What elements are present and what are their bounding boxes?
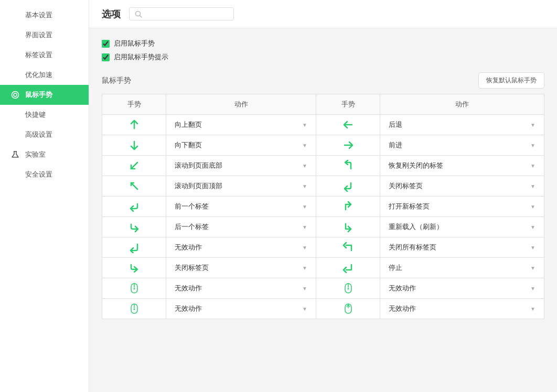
sidebar-item-gesture[interactable]: 鼠标手势: [0, 85, 89, 105]
sidebar-item-shortcut[interactable]: 快捷键: [0, 105, 89, 125]
dropdown-left-8[interactable]: ▼: [302, 286, 307, 291]
svg-line-10: [131, 183, 137, 189]
section-title: 鼠标手势: [102, 76, 131, 85]
sidebar-label-interface: 界面设置: [25, 30, 52, 40]
action-label-left-2: 滚动到页面底部: [175, 161, 222, 170]
action-cell-left-2[interactable]: 滚动到页面底部 ▼: [166, 156, 316, 176]
sidebar-label-security: 安全设置: [25, 170, 52, 179]
dropdown-right-0[interactable]: ▼: [530, 122, 535, 128]
gesture-icon-right-9: [316, 299, 380, 319]
dropdown-left-1[interactable]: ▼: [302, 143, 307, 148]
gesture-icon-left-5: [102, 217, 166, 237]
search-input[interactable]: [145, 10, 228, 18]
action-label-left-3: 滚动到页面顶部: [175, 181, 222, 191]
dropdown-right-3[interactable]: ▼: [530, 183, 535, 189]
table-row: 前一个标签 ▼ 打开新标签页 ▼: [102, 197, 544, 217]
enable-hint-checkbox[interactable]: 启用鼠标手势提示: [102, 52, 544, 62]
dropdown-left-3[interactable]: ▼: [302, 183, 307, 189]
header: 选项: [89, 0, 557, 28]
security-icon: [10, 170, 20, 179]
dropdown-left-9[interactable]: ▼: [302, 306, 307, 312]
action-label-right-4: 打开新标签页: [389, 202, 430, 211]
action-cell-left-7[interactable]: 关闭标签页 ▼: [166, 258, 316, 278]
gesture-icon-left-9: [102, 299, 166, 319]
action-cell-right-8[interactable]: 无效动作 ▼: [380, 278, 544, 299]
search-box[interactable]: [129, 7, 234, 20]
table-header: 手势 动作 手势 动作: [102, 94, 544, 115]
action-label-right-3: 关闭标签页: [389, 181, 423, 191]
action-cell-left-3[interactable]: 滚动到页面顶部 ▼: [166, 176, 316, 197]
sidebar-label-advanced: 高级设置: [25, 130, 52, 139]
action-cell-right-1[interactable]: 前进 ▼: [380, 135, 544, 156]
page-title: 选项: [102, 8, 121, 20]
sidebar-label-shortcut: 快捷键: [25, 110, 46, 119]
enable-gesture-input[interactable]: [102, 40, 110, 48]
action-cell-left-4[interactable]: 前一个标签 ▼: [166, 197, 316, 217]
action-cell-left-8[interactable]: 无效动作 ▼: [166, 278, 316, 299]
action-label-right-0: 后退: [389, 120, 402, 129]
col-action-2: 动作: [380, 94, 544, 115]
sidebar-label-lab: 实验室: [25, 150, 46, 159]
col-gesture-1: 手势: [102, 94, 166, 115]
tabs-icon: [10, 50, 20, 60]
action-cell-left-9[interactable]: 无效动作 ▼: [166, 299, 316, 319]
restore-button[interactable]: 恢复默认鼠标手势: [478, 72, 544, 89]
enable-gesture-checkbox[interactable]: 启用鼠标手势: [102, 39, 544, 48]
action-cell-left-0[interactable]: 向上翻页 ▼: [166, 115, 316, 135]
enable-hint-input[interactable]: [102, 53, 110, 61]
gesture-icon-left-6: [102, 237, 166, 258]
table-body: 向上翻页 ▼ 后退 ▼ 向下翻页 ▼ 前进: [102, 115, 544, 319]
action-label-left-6: 无效动作: [175, 243, 202, 252]
sidebar-label-gesture: 鼠标手势: [25, 90, 52, 100]
action-cell-right-0[interactable]: 后退 ▼: [380, 115, 544, 135]
dropdown-right-2[interactable]: ▼: [530, 163, 535, 169]
table-row: 滚动到页面顶部 ▼ 关闭标签页 ▼: [102, 176, 544, 197]
action-label-right-6: 关闭所有标签页: [389, 243, 436, 252]
sidebar-item-tabs[interactable]: 标签设置: [0, 45, 89, 65]
sidebar-item-lab[interactable]: 实验室: [0, 145, 89, 165]
gesture-icon-right-8: [316, 278, 380, 299]
gesture-icon-left-0: [102, 115, 166, 135]
action-cell-right-3[interactable]: 关闭标签页 ▼: [380, 176, 544, 197]
action-cell-right-9[interactable]: 无效动作 ▼: [380, 299, 544, 319]
dropdown-left-4[interactable]: ▼: [302, 204, 307, 210]
sidebar-label-optimize: 优化加速: [25, 70, 52, 80]
col-action-1: 动作: [166, 94, 316, 115]
dropdown-right-6[interactable]: ▼: [530, 245, 535, 251]
dropdown-left-2[interactable]: ▼: [302, 163, 307, 169]
action-cell-right-7[interactable]: 停止 ▼: [380, 258, 544, 278]
dropdown-right-1[interactable]: ▼: [530, 143, 535, 148]
action-cell-right-2[interactable]: 恢复刚关闭的标签 ▼: [380, 156, 544, 176]
gesture-icon-right-3: [316, 176, 380, 197]
gesture-icon-left-4: [102, 197, 166, 217]
action-cell-left-1[interactable]: 向下翻页 ▼: [166, 135, 316, 156]
gesture-icon-left-1: [102, 135, 166, 156]
dropdown-right-7[interactable]: ▼: [530, 265, 535, 271]
sidebar-item-advanced[interactable]: 高级设置: [0, 125, 89, 145]
dropdown-left-0[interactable]: ▼: [302, 122, 307, 128]
action-cell-right-4[interactable]: 打开新标签页 ▼: [380, 197, 544, 217]
action-cell-left-5[interactable]: 后一个标签 ▼: [166, 217, 316, 237]
dropdown-left-6[interactable]: ▼: [302, 245, 307, 251]
sidebar-item-basic[interactable]: 基本设置: [0, 5, 89, 25]
sidebar: 基本设置 界面设置 标签设置 优化加速 鼠标手势 快捷键 高级设置 实验室 安全…: [0, 0, 89, 392]
sidebar-item-security[interactable]: 安全设置: [0, 165, 89, 184]
enable-gesture-label: 启用鼠标手势: [114, 39, 155, 48]
dropdown-left-7[interactable]: ▼: [302, 265, 307, 271]
sidebar-item-interface[interactable]: 界面设置: [0, 25, 89, 45]
svg-point-1: [14, 93, 17, 96]
action-label-left-8: 无效动作: [175, 284, 202, 293]
table-row: 向上翻页 ▼ 后退 ▼: [102, 115, 544, 135]
table-row: 无效动作 ▼ 无效动作 ▼: [102, 278, 544, 299]
dropdown-right-5[interactable]: ▼: [530, 224, 535, 230]
action-cell-right-6[interactable]: 关闭所有标签页 ▼: [380, 237, 544, 258]
dropdown-right-4[interactable]: ▼: [530, 204, 535, 210]
action-label-right-2: 恢复刚关闭的标签: [389, 161, 443, 170]
dropdown-right-9[interactable]: ▼: [530, 306, 535, 312]
action-cell-left-6[interactable]: 无效动作 ▼: [166, 237, 316, 258]
action-label-right-7: 停止: [389, 263, 402, 273]
dropdown-right-8[interactable]: ▼: [530, 286, 535, 291]
action-cell-right-5[interactable]: 重新载入（刷新） ▼: [380, 217, 544, 237]
sidebar-item-optimize[interactable]: 优化加速: [0, 65, 89, 85]
dropdown-left-5[interactable]: ▼: [302, 224, 307, 230]
